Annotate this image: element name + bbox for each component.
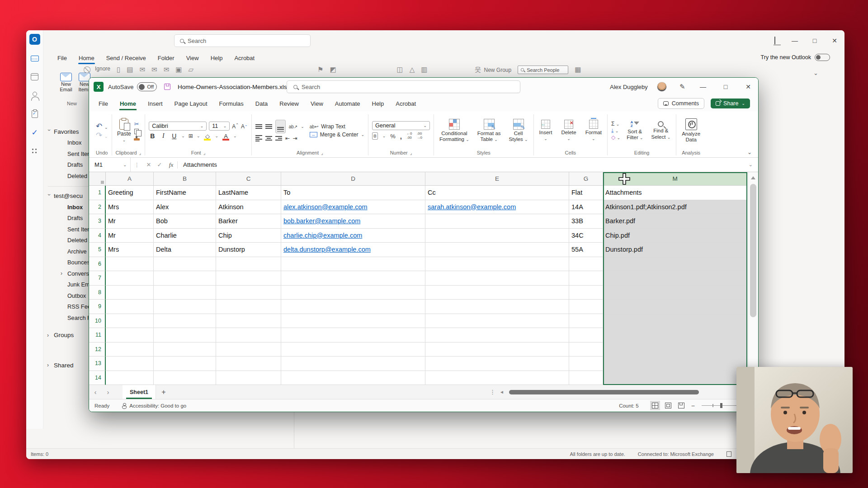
outlook-menu-acrobat[interactable]: Acrobat xyxy=(229,53,259,63)
cell-E7[interactable] xyxy=(425,271,569,286)
insert-function-icon[interactable]: fx xyxy=(165,161,178,169)
undo-icon[interactable]: ↶ ⌄ xyxy=(96,122,108,130)
expand-icon[interactable]: › xyxy=(61,270,65,277)
vertical-scroll-thumb[interactable] xyxy=(750,184,756,317)
cell-C11[interactable] xyxy=(216,328,281,343)
cell-A1[interactable]: Greeting xyxy=(106,186,154,200)
expand-icon[interactable]: › xyxy=(46,194,52,198)
outlook-logo-icon[interactable]: O xyxy=(29,34,40,45)
normal-view-icon[interactable] xyxy=(652,403,658,408)
tab-review[interactable]: Review xyxy=(274,97,305,110)
cell-C14[interactable] xyxy=(216,371,281,385)
cell-B13[interactable] xyxy=(154,357,216,371)
new-outlook-toggle[interactable] xyxy=(815,54,830,61)
row-header-3[interactable]: 3 xyxy=(89,214,106,229)
outlook-menu-file[interactable]: File xyxy=(52,53,72,63)
expand-formula-bar-icon[interactable]: ⌄ xyxy=(749,162,753,168)
flag-icon[interactable]: ⚑ xyxy=(317,66,323,74)
confirm-entry-icon[interactable]: ✓ xyxy=(154,161,165,168)
cell-B10[interactable] xyxy=(154,314,216,328)
cell-M13[interactable] xyxy=(603,357,747,371)
column-header-E[interactable]: E xyxy=(425,172,569,186)
row-header-4[interactable]: 4 xyxy=(89,229,106,243)
row-header-9[interactable]: 9 xyxy=(89,300,106,314)
cell-B4[interactable]: Charlie xyxy=(154,229,216,243)
unread-icon[interactable]: ◫ xyxy=(397,66,403,74)
cell-D12[interactable] xyxy=(281,343,425,357)
cell-A11[interactable] xyxy=(106,328,154,343)
outlook-menu-help[interactable]: Help xyxy=(206,53,228,63)
outlook-maximize-button[interactable]: □ xyxy=(805,37,825,44)
row-header-10[interactable]: 10 xyxy=(89,314,106,328)
cell-A7[interactable] xyxy=(106,271,154,286)
cell-E11[interactable] xyxy=(425,328,569,343)
clear-icon[interactable]: ◇ ⌄ xyxy=(611,135,620,140)
cell-D10[interactable] xyxy=(281,314,425,328)
cell-G9[interactable] xyxy=(569,300,603,314)
cell-B2[interactable]: Alex xyxy=(154,200,216,215)
expand-icon[interactable]: › xyxy=(46,129,52,134)
cell-G14[interactable] xyxy=(569,371,603,385)
autosum-icon[interactable]: Σ ⌄ xyxy=(611,121,620,127)
cell-G13[interactable] xyxy=(569,357,603,371)
outlook-minimize-button[interactable]: — xyxy=(785,37,805,44)
document-title[interactable]: Home-Owners-Association-Members.xlsx xyxy=(178,84,290,90)
decrease-font-icon[interactable]: A⌄ xyxy=(241,123,248,130)
cell-E4[interactable] xyxy=(425,229,569,243)
row-header-1[interactable]: 1 xyxy=(89,186,106,200)
reading-pane-icon[interactable] xyxy=(726,451,731,457)
fill-color-icon[interactable]: ◇ xyxy=(203,133,211,140)
cell-E14[interactable] xyxy=(425,371,569,385)
cell-D13[interactable] xyxy=(281,357,425,371)
cell-D9[interactable] xyxy=(281,300,425,314)
name-box[interactable]: M1 ⌄ xyxy=(89,158,131,172)
excel-maximize-button[interactable]: □ xyxy=(721,83,730,90)
search-people-input[interactable]: Search People xyxy=(518,66,568,74)
expand-icon[interactable]: › xyxy=(47,332,52,338)
page-break-view-icon[interactable] xyxy=(678,403,684,408)
cell-C3[interactable]: Barker xyxy=(216,214,281,229)
underline-button[interactable]: U xyxy=(170,132,178,140)
todo-check-icon[interactable]: ✓ xyxy=(30,127,40,137)
cell-B9[interactable] xyxy=(154,300,216,314)
cell-G1[interactable]: Flat xyxy=(569,186,603,200)
cell-C9[interactable] xyxy=(216,300,281,314)
tab-file[interactable]: File xyxy=(93,97,114,110)
email-link[interactable]: bob.barker@example.com xyxy=(283,217,360,225)
cell-M7[interactable] xyxy=(603,271,747,286)
outlook-search-input[interactable]: Search xyxy=(174,34,311,47)
cell-M11[interactable] xyxy=(603,328,747,343)
cell-B7[interactable] xyxy=(154,271,216,286)
cell-C1[interactable]: LastName xyxy=(216,186,281,200)
cell-E10[interactable] xyxy=(425,314,569,328)
column-header-C[interactable]: C xyxy=(216,172,281,186)
forward-icon[interactable]: ✉ xyxy=(164,66,170,74)
cell-G7[interactable] xyxy=(569,271,603,286)
find-select-button[interactable]: Find &Select ⌄ xyxy=(649,121,672,140)
notifications-bell-icon[interactable] xyxy=(765,37,785,44)
tab-acrobat[interactable]: Acrobat xyxy=(390,97,422,110)
email-link[interactable]: alex.atkinson@example.com xyxy=(283,203,368,211)
font-name-select[interactable]: Calibri⌄ xyxy=(149,122,207,131)
tab-data[interactable]: Data xyxy=(250,97,274,110)
tasks-icon[interactable] xyxy=(30,109,40,119)
cell-E1[interactable]: Cc xyxy=(425,186,569,200)
column-header-G[interactable]: G xyxy=(569,172,603,186)
cell-B3[interactable]: Bob xyxy=(154,214,216,229)
email-link[interactable]: sarah.atkinson@example.com xyxy=(428,203,516,211)
archive-icon[interactable]: ▤ xyxy=(127,66,133,74)
row-header-2[interactable]: 2 xyxy=(89,200,106,215)
font-color-icon[interactable]: A xyxy=(222,133,230,140)
categorize-icon[interactable]: ◩ xyxy=(330,66,336,74)
cell-M2[interactable]: Atkinson1.pdf;Atkinson2.pdf xyxy=(603,200,747,215)
cell-M9[interactable] xyxy=(603,300,747,314)
cell-D3[interactable]: bob.barker@example.com xyxy=(281,214,425,229)
comments-button[interactable]: Comments xyxy=(658,98,704,109)
email-link[interactable]: delta.dunstorp@example.com xyxy=(283,246,371,253)
redo-icon[interactable]: ↷ ⌄ xyxy=(96,131,108,139)
column-header-D[interactable]: D xyxy=(281,172,425,186)
align-right-icon[interactable] xyxy=(275,136,282,141)
outlook-menu-send-receive[interactable]: Send / Receive xyxy=(101,53,151,63)
excel-search-input[interactable]: Search xyxy=(287,80,520,93)
zoom-out-icon[interactable]: − xyxy=(691,403,695,409)
